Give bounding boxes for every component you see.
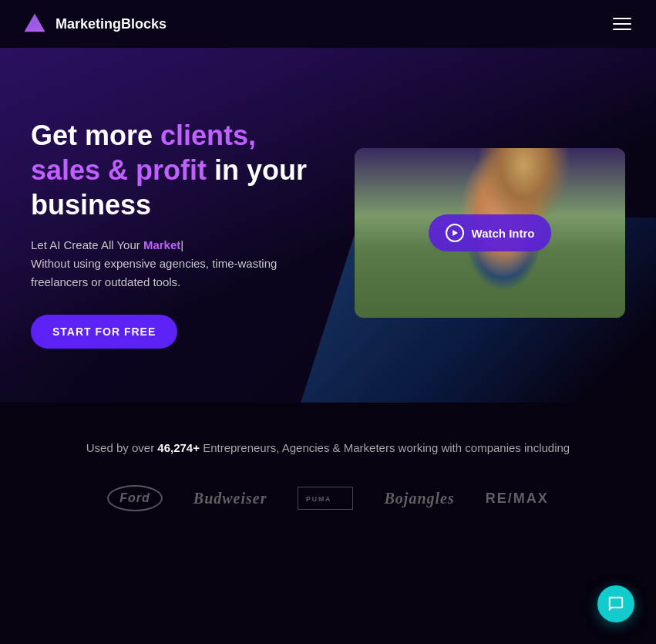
- video-container: Watch Intro: [355, 148, 625, 318]
- watch-intro-button[interactable]: Watch Intro: [429, 214, 552, 251]
- brand-puma: PUMA: [298, 487, 353, 510]
- brands-row: Ford Budweiser PUMA Bojangles RE/MAX: [31, 485, 625, 511]
- hero-subtext-part1: Let AI Create All Your: [31, 238, 143, 251]
- hero-copy: Get more clients, sales & profit in your…: [31, 118, 324, 349]
- svg-text:PUMA: PUMA: [306, 495, 331, 503]
- logo: MarketingBlocks: [22, 11, 167, 37]
- play-triangle: [452, 230, 458, 236]
- logo-icon: [22, 11, 48, 37]
- social-proof-text-part2: Entrepreneurs, Agencies & Marketers work…: [200, 441, 570, 454]
- social-proof-text-part1: Used by over: [86, 441, 158, 454]
- play-icon: [446, 224, 464, 242]
- logo-text: MarketingBlocks: [56, 16, 167, 32]
- brand-budweiser: Budweiser: [193, 490, 267, 507]
- social-proof-text: Used by over 46,274+ Entrepreneurs, Agen…: [31, 441, 625, 454]
- chat-icon: [607, 595, 624, 612]
- social-proof-section: Used by over 46,274+ Entrepreneurs, Agen…: [0, 403, 656, 527]
- watch-intro-label: Watch Intro: [472, 227, 535, 240]
- social-proof-count: 46,274+: [157, 441, 200, 454]
- hero-section: Get more clients, sales & profit in your…: [0, 48, 656, 403]
- puma-logo-svg: PUMA: [306, 491, 345, 506]
- hamburger-line-1: [613, 18, 631, 19]
- brand-remax: RE/MAX: [486, 491, 549, 507]
- hero-pipe: |: [180, 238, 183, 251]
- video-thumbnail: Watch Intro: [355, 148, 625, 318]
- hero-subtext: Let AI Create All Your Market| Without u…: [31, 236, 324, 292]
- hero-heading-part1: Get more: [31, 120, 160, 151]
- navbar: MarketingBlocks: [0, 0, 656, 48]
- hamburger-line-2: [613, 23, 631, 25]
- hamburger-line-3: [613, 29, 631, 30]
- hamburger-menu[interactable]: [610, 15, 634, 33]
- brand-bojangles: Bojangles: [384, 490, 454, 507]
- start-for-free-button[interactable]: START FOR FREE: [31, 315, 177, 349]
- hero-market-highlight: Market: [143, 238, 180, 251]
- chat-button[interactable]: [597, 585, 634, 622]
- hero-subtext-part2: Without using expensive agencies, time-w…: [31, 257, 277, 288]
- brand-ford: Ford: [107, 485, 163, 511]
- hero-heading: Get more clients, sales & profit in your…: [31, 118, 324, 222]
